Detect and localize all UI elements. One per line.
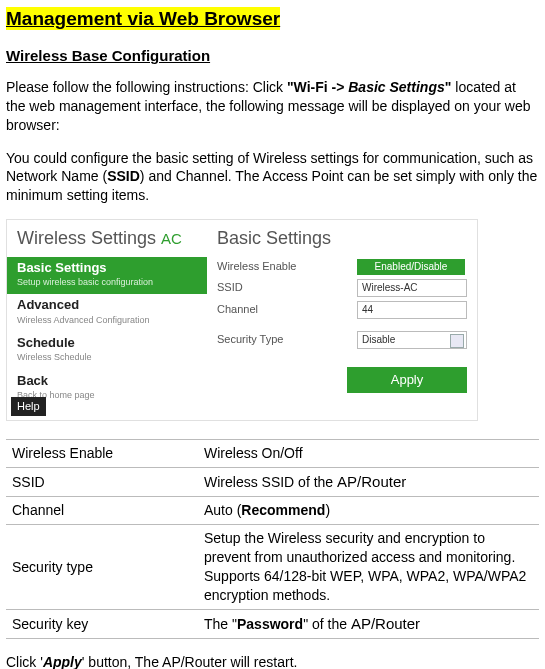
apply-button[interactable]: Apply: [347, 367, 467, 393]
table-row: Channel Auto (Recommend): [6, 497, 539, 525]
ssid-input[interactable]: Wireless-AC: [357, 279, 467, 297]
screenshot-sidebar: Wireless Settings AC Basic Settings Setu…: [7, 220, 207, 420]
section-heading: Wireless Base Configuration: [6, 46, 539, 66]
table-row: Security key The "Password" of the AP/Ro…: [6, 609, 539, 638]
screenshot-main: Basic Settings Wireless Enable Enabled/D…: [217, 220, 477, 392]
sidebar-item-advanced[interactable]: Advanced Wireless Advanced Configuration: [7, 294, 207, 332]
table-row: Wireless Enable Wireless On/Off: [6, 440, 539, 468]
table-row: SSID Wireless SSID of the AP/Router: [6, 468, 539, 497]
help-button[interactable]: Help: [11, 397, 46, 416]
row-ssid: SSID Wireless-AC: [217, 277, 477, 299]
paragraph-1: Please follow the following instructions…: [6, 78, 539, 135]
row-channel: Channel 44: [217, 299, 477, 321]
sidebar-title: Wireless Settings AC: [7, 220, 207, 256]
table-row: Security type Setup the Wireless securit…: [6, 525, 539, 610]
channel-input[interactable]: 44: [357, 301, 467, 319]
panel-title: Basic Settings: [217, 220, 477, 256]
wireless-enable-toggle[interactable]: Enabled/Disable: [357, 259, 465, 275]
row-security-type: Security Type Disable: [217, 329, 477, 351]
sidebar-item-schedule[interactable]: Schedule Wireless Schedule: [7, 332, 207, 370]
screenshot-wireless-settings: Wireless Settings AC Basic Settings Setu…: [6, 219, 478, 421]
sidebar-item-basic-settings[interactable]: Basic Settings Setup wireless basic conf…: [7, 257, 207, 295]
paragraph-footer: Click 'Apply' button, The AP/Router will…: [6, 653, 539, 669]
row-wireless-enable: Wireless Enable Enabled/Disable: [217, 257, 477, 277]
page-title: Management via Web Browser: [6, 6, 539, 32]
security-type-select[interactable]: Disable: [357, 331, 467, 349]
paragraph-2: You could configure the basic setting of…: [6, 149, 539, 206]
settings-description-table: Wireless Enable Wireless On/Off SSID Wir…: [6, 439, 539, 639]
